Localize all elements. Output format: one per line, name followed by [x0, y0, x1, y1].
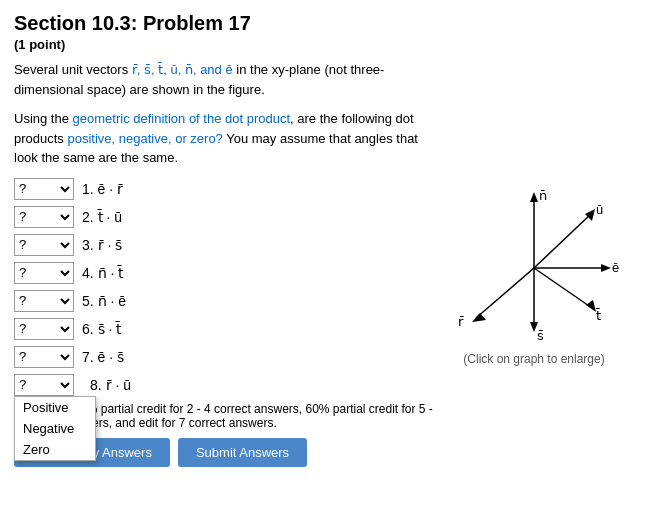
dropdown-option-zero[interactable]: Zero [15, 439, 95, 460]
description: Several unit vectors r̄, s̄, t̄, ū, n̄, … [14, 60, 434, 99]
question-row-7: ? Positive Negative Zero 7. ē · s̄ [14, 346, 434, 368]
svg-marker-10 [586, 300, 596, 312]
question-label-4: 4. n̄ · t̄ [82, 265, 123, 281]
question-row-4: ? Positive Negative Zero 4. n̄ · t̄ [14, 262, 434, 284]
question-label-1: 1. ē · r̄ [82, 181, 123, 197]
dropdown-option-negative[interactable]: Negative [15, 418, 95, 439]
svg-marker-1 [530, 192, 538, 202]
svg-text:ū: ū [596, 202, 603, 217]
svg-line-3 [534, 213, 592, 268]
dropdown-popup-8: Positive Negative Zero [14, 396, 96, 461]
click-enlarge-label[interactable]: (Click on graph to enlarge) [463, 352, 604, 366]
svg-text:t̄: t̄ [595, 308, 601, 323]
page-title: Section 10.3: Problem 17 [14, 12, 638, 35]
answer-select-2[interactable]: ? Positive Negative Zero [14, 206, 74, 228]
question-label-7: 7. ē · s̄ [82, 349, 124, 365]
svg-text:ē: ē [612, 260, 619, 275]
svg-marker-7 [601, 264, 611, 272]
svg-text:r̄: r̄ [458, 314, 464, 329]
question-label-8: 8. r̄ · ū [90, 377, 131, 393]
question-row-3: ? Positive Negative Zero 3. r̄ · s̄ [14, 234, 434, 256]
answer-select-7[interactable]: ? Positive Negative Zero [14, 346, 74, 368]
instructions-highlight: geometric definition of the dot product [73, 111, 291, 126]
question-row-8: ? Positive Negative Zero Positive Negati… [14, 374, 434, 396]
question-row-2: ? Positive Negative Zero 2. t̄ · ū [14, 206, 434, 228]
question-label-3: 3. r̄ · s̄ [82, 237, 122, 253]
answer-select-5[interactable]: ? Positive Negative Zero [14, 290, 74, 312]
answer-select-3[interactable]: ? Positive Negative Zero [14, 234, 74, 256]
desc-vectors: r̄, s̄, t̄, ū, n̄, and ē [132, 62, 233, 77]
vector-graph[interactable]: n̄ ū ē t̄ s̄ r̄ [444, 178, 624, 348]
question-row-6: ? Positive Negative Zero 6. s̄ · t̄ [14, 318, 434, 340]
svg-text:s̄: s̄ [537, 328, 544, 343]
svg-line-15 [476, 268, 534, 318]
answer-select-1[interactable]: ? Positive Negative Zero [14, 178, 74, 200]
graph-area: n̄ ū ē t̄ s̄ r̄ [434, 178, 634, 467]
svg-marker-16 [472, 313, 486, 322]
question-label-5: 5. n̄ · ē [82, 293, 126, 309]
question-row-1: ? Positive Negative Zero 1. ē · r̄ [14, 178, 434, 200]
svg-text:n̄: n̄ [539, 188, 547, 203]
dropdown-option-positive[interactable]: Positive [15, 397, 95, 418]
svg-line-9 [534, 268, 592, 308]
answer-select-8[interactable]: ? Positive Negative Zero [14, 374, 74, 396]
submit-button[interactable]: Submit Answers [178, 438, 307, 467]
questions-list: ? Positive Negative Zero 1. ē · r̄ ? Pos… [14, 178, 434, 467]
question-label-2: 2. t̄ · ū [82, 209, 122, 225]
answer-select-6[interactable]: ? Positive Negative Zero [14, 318, 74, 340]
points-label: (1 point) [14, 37, 638, 52]
desc-part1: Several unit vectors [14, 62, 132, 77]
instructions: Using the geometric definition of the do… [14, 109, 434, 168]
question-label-6: 6. s̄ · t̄ [82, 321, 121, 337]
question-row-5: ? Positive Negative Zero 5. n̄ · ē [14, 290, 434, 312]
answer-select-4[interactable]: ? Positive Negative Zero [14, 262, 74, 284]
